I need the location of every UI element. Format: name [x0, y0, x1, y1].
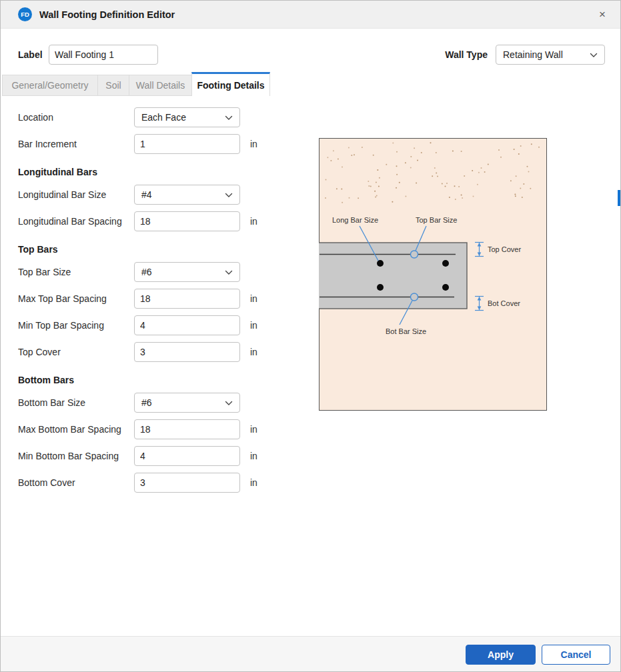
window-title: Wall Footing Definition Editor	[39, 1, 175, 29]
long-bar-dot	[442, 260, 449, 267]
bar-increment-input[interactable]	[134, 134, 240, 154]
chevron-down-icon	[225, 189, 233, 200]
form-row-min-top-bar-spacing: Min Top Bar Spacing in	[18, 315, 273, 335]
select-value: #6	[141, 267, 152, 277]
field-label: Min Top Bar Spacing	[18, 315, 133, 335]
tab-wall-details[interactable]: Wall Details	[129, 75, 192, 96]
unit-label: in	[250, 446, 257, 466]
wall-type-caption: Wall Type	[441, 45, 488, 65]
field-label: Top Bar Size	[18, 262, 133, 282]
form-row-location: Location Each Face	[18, 107, 273, 127]
label-input[interactable]	[49, 45, 158, 65]
scrollbar-thumb[interactable]	[618, 190, 620, 206]
tab-footing-details[interactable]: Footing Details	[191, 72, 270, 96]
unit-label: in	[250, 419, 257, 439]
unit-label: in	[250, 473, 257, 493]
label-caption: Label	[18, 45, 43, 65]
top-bar-size-label: Top Bar Size	[416, 216, 457, 224]
unit-label: in	[250, 342, 257, 362]
section-longitudinal-bars: Longitudinal Bars	[18, 167, 97, 177]
long-bar-dot	[377, 284, 384, 291]
close-icon[interactable]: ×	[594, 7, 611, 23]
bot-cover-label: Bot Cover	[488, 299, 520, 307]
section-bottom-bars: Bottom Bars	[18, 375, 74, 385]
min-top-bar-spacing-input[interactable]	[134, 315, 240, 335]
longitudinal-bar-spacing-input[interactable]	[134, 211, 240, 231]
select-value: #6	[141, 397, 152, 408]
form-row-longitudinal-bar-size: Longitudinal Bar Size #4	[18, 185, 273, 205]
cancel-button[interactable]: Cancel	[542, 645, 610, 665]
top-cover-label: Top Cover	[488, 245, 521, 253]
field-label: Min Bottom Bar Spacing	[18, 446, 133, 466]
field-label: Top Cover	[18, 342, 133, 362]
title-bar: FD Wall Footing Definition Editor ×	[1, 1, 620, 29]
field-label: Longitudinal Bar Size	[18, 185, 133, 205]
field-label: Bottom Bar Size	[18, 393, 133, 413]
unit-label: in	[250, 134, 257, 154]
tab-general-geometry[interactable]: General/Geometry	[2, 75, 98, 96]
field-label: Bottom Cover	[18, 473, 133, 493]
top-bar-callout-circle	[411, 251, 418, 258]
max-top-bar-spacing-input[interactable]	[134, 289, 240, 309]
max-bottom-bar-spacing-input[interactable]	[134, 419, 240, 439]
unit-label: in	[250, 211, 257, 231]
location-select[interactable]: Each Face	[134, 107, 240, 127]
unit-label: in	[250, 289, 257, 309]
long-bar-dot	[442, 284, 449, 291]
footer-bar: Apply Cancel	[1, 636, 620, 671]
bot-bar-callout-circle	[411, 293, 418, 301]
tab-soil[interactable]: Soil	[97, 75, 129, 96]
bottom-bar-size-select[interactable]: #6	[134, 393, 240, 413]
form-row-max-top-bar-spacing: Max Top Bar Spacing in	[18, 289, 273, 309]
unit-label: in	[250, 315, 257, 335]
field-label: Max Bottom Bar Spacing	[18, 419, 133, 439]
bottom-cover-input[interactable]	[134, 473, 240, 493]
min-bottom-bar-spacing-input[interactable]	[134, 446, 240, 466]
chevron-down-icon	[590, 49, 598, 60]
field-label: Bar Increment	[18, 134, 133, 154]
wall-type-select[interactable]: Retaining Wall	[496, 45, 605, 65]
form-row-min-bottom-bar-spacing: Min Bottom Bar Spacing in	[18, 446, 273, 466]
wall-footing-definition-editor-dialog: FD Wall Footing Definition Editor × Labe…	[0, 0, 621, 672]
field-label: Location	[18, 107, 133, 127]
bot-bar-size-label: Bot Bar Size	[386, 327, 426, 335]
long-bar-size-label: Long Bar Size	[332, 216, 378, 224]
top-bar-size-select[interactable]: #6	[134, 262, 240, 282]
tab-bar: General/Geometry Soil Wall Details Footi…	[2, 74, 270, 96]
form-row-top-bar-size: Top Bar Size #6	[18, 262, 273, 282]
wall-type-value: Retaining Wall	[503, 49, 563, 60]
chevron-down-icon	[225, 267, 233, 277]
field-label: Max Top Bar Spacing	[18, 289, 133, 309]
section-top-bars: Top Bars	[18, 244, 58, 255]
footing-slab	[319, 243, 467, 309]
form-row-bottom-bar-size: Bottom Bar Size #6	[18, 393, 273, 413]
form-row-bar-increment: Bar Increment in	[18, 134, 273, 154]
apply-button[interactable]: Apply	[466, 645, 536, 665]
form-row-max-bottom-bar-spacing: Max Bottom Bar Spacing in	[18, 419, 273, 439]
top-cover-input[interactable]	[134, 342, 240, 362]
footing-diagram: Long Bar Size Top Bar Size Bot Bar Size …	[319, 138, 547, 411]
app-fd-icon: FD	[18, 7, 32, 21]
form-row-longitudinal-bar-spacing: Longitudinal Bar Spacing in	[18, 211, 273, 231]
field-label: Longitudinal Bar Spacing	[18, 211, 133, 231]
form-row-top-cover: Top Cover in	[18, 342, 273, 362]
longitudinal-bar-size-select[interactable]: #4	[134, 185, 240, 205]
long-bar-dot	[377, 260, 384, 267]
form-row-bottom-cover: Bottom Cover in	[18, 473, 273, 493]
select-value: Each Face	[141, 112, 186, 123]
chevron-down-icon	[225, 112, 233, 123]
select-value: #4	[141, 189, 152, 200]
chevron-down-icon	[225, 397, 233, 408]
